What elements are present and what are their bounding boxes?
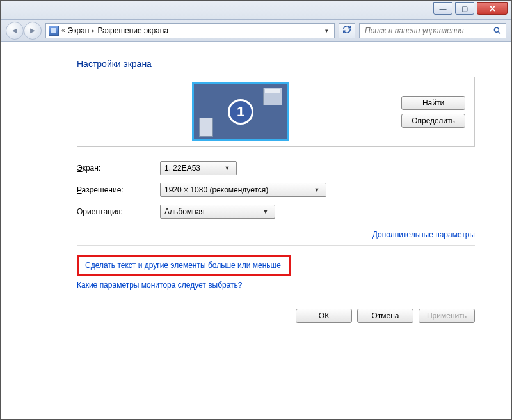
maximize-button[interactable]: ▢ <box>455 2 474 15</box>
chevron-down-icon: ▼ <box>260 208 271 215</box>
chevron-down-icon: ▼ <box>312 187 322 193</box>
advanced-settings-link[interactable]: Дополнительные параметры <box>372 230 475 239</box>
resolution-value: 1920 × 1080 (рекомендуется) <box>164 185 268 194</box>
monitor-side-buttons: Найти Определить <box>401 96 465 128</box>
search-box[interactable] <box>359 23 506 38</box>
svg-point-0 <box>494 27 499 32</box>
search-icon <box>493 26 502 35</box>
resolution-combo[interactable]: 1920 × 1080 (рекомендуется) ▼ <box>160 183 326 197</box>
screen-value: 1. 22EA53 <box>164 164 200 173</box>
orientation-combo[interactable]: Альбомная ▼ <box>160 205 275 219</box>
breadcrumb-item-resolution[interactable]: Разрешение экрана <box>97 26 168 35</box>
help-link-row: Какие параметры монитора следует выбрать… <box>77 281 475 290</box>
back-button[interactable]: ◄ <box>6 22 24 40</box>
title-bar: — ▢ ✕ <box>1 1 511 20</box>
window: — ▢ ✕ ◄ ► « Экран ▸ Разрешение экрана ▾ <box>0 0 512 420</box>
orientation-value: Альбомная <box>164 207 205 216</box>
resolution-row: Разрешение: 1920 × 1080 (рекомендуется) … <box>77 183 475 197</box>
chevron-right-icon: ▸ <box>92 27 95 34</box>
breadcrumb-chevrons: « <box>61 27 65 34</box>
dialog-buttons: ОК Отмена Применить <box>77 309 475 323</box>
screen-combo[interactable]: 1. 22EA53 ▼ <box>160 161 237 175</box>
content-area: Настройки экрана 1 Найти Определить Экра… <box>1 42 511 419</box>
breadcrumb-dropdown[interactable]: ▾ <box>321 27 332 34</box>
apply-button[interactable]: Применить <box>419 309 475 323</box>
cancel-button[interactable]: Отмена <box>357 309 413 323</box>
mini-window-icon <box>263 88 282 105</box>
close-button[interactable]: ✕ <box>477 2 508 15</box>
resolution-label: Разрешение: <box>77 185 160 194</box>
mini-window-icon <box>199 118 213 137</box>
orientation-label: Ориентация: <box>77 207 160 216</box>
divider <box>77 245 475 246</box>
monitor-thumb[interactable]: 1 <box>192 82 289 141</box>
chevron-down-icon: ▼ <box>222 165 232 171</box>
control-panel-icon <box>49 26 59 36</box>
search-input[interactable] <box>364 26 489 36</box>
identify-button[interactable]: Определить <box>401 114 465 128</box>
svg-line-1 <box>498 31 500 33</box>
find-button[interactable]: Найти <box>401 96 465 110</box>
screen-row: Экран: 1. 22EA53 ▼ <box>77 161 475 175</box>
page-title: Настройки экрана <box>77 59 475 69</box>
scale-text-link[interactable]: Сделать текст и другие элементы больше и… <box>85 261 281 270</box>
ok-button[interactable]: ОК <box>296 309 352 323</box>
refresh-button[interactable] <box>339 23 355 38</box>
screen-label: Экран: <box>77 164 160 173</box>
monitor-preview: 1 <box>86 82 395 141</box>
nav-arrows: ◄ ► <box>6 22 42 40</box>
monitor-number-badge: 1 <box>228 99 253 125</box>
monitor-help-link[interactable]: Какие параметры монитора следует выбрать… <box>77 281 243 290</box>
orientation-row: Ориентация: Альбомная ▼ <box>77 205 475 219</box>
address-bar: ◄ ► « Экран ▸ Разрешение экрана ▾ <box>1 20 511 42</box>
breadcrumb[interactable]: « Экран ▸ Разрешение экрана ▾ <box>45 23 335 38</box>
window-controls: — ▢ ✕ <box>433 2 508 15</box>
monitor-preview-box: 1 Найти Определить <box>77 77 475 147</box>
advanced-row: Дополнительные параметры <box>77 230 475 239</box>
minimize-button[interactable]: — <box>433 2 452 15</box>
settings-panel: Настройки экрана 1 Найти Определить Экра… <box>6 47 506 414</box>
breadcrumb-item-screen[interactable]: Экран <box>68 26 90 35</box>
highlighted-link-box: Сделать текст и другие элементы больше и… <box>77 255 291 276</box>
refresh-icon <box>342 25 351 36</box>
forward-button[interactable]: ► <box>24 22 42 40</box>
